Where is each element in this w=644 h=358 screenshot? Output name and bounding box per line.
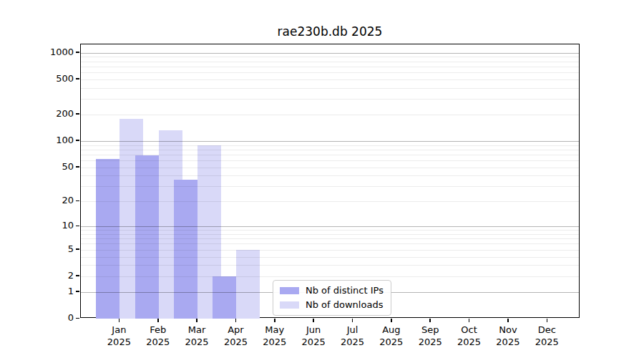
legend: Nb of distinct IPsNb of downloads xyxy=(273,280,391,316)
minor-gridline xyxy=(81,67,579,67)
figure: rae230b.db 2025 Nb of distinct IPsNb of … xyxy=(0,0,644,358)
y-tick-label: 100 xyxy=(31,135,74,146)
legend-row: Nb of distinct IPs xyxy=(280,284,384,296)
major-gridline xyxy=(81,226,579,227)
minor-gridline xyxy=(81,62,579,62)
y-tick-mark xyxy=(76,291,79,292)
x-tick-mark xyxy=(196,319,197,322)
y-tick-label: 1 xyxy=(31,286,74,297)
y-tick-mark xyxy=(76,275,79,276)
y-tick-mark xyxy=(76,200,79,202)
y-tick-label: 1000 xyxy=(31,47,74,58)
y-tick-mark xyxy=(76,52,79,53)
x-tick-mark xyxy=(391,319,392,322)
x-tick-month: Dec xyxy=(524,324,570,336)
minor-gridline xyxy=(81,145,579,146)
minor-gridline xyxy=(81,175,579,176)
y-tick-label: 2 xyxy=(31,270,74,281)
minor-gridline xyxy=(81,238,579,239)
minor-gridline xyxy=(81,79,579,80)
minor-gridline xyxy=(81,243,579,244)
x-tick-mark xyxy=(507,319,509,322)
minor-gridline xyxy=(81,276,579,277)
legend-label: Nb of downloads xyxy=(306,299,383,311)
plot-area: Nb of distinct IPsNb of downloads xyxy=(80,44,580,318)
chart-title: rae230b.db 2025 xyxy=(80,25,580,38)
y-tick-label: 20 xyxy=(31,195,74,206)
minor-gridline xyxy=(81,57,579,57)
x-tick-mark xyxy=(547,319,548,322)
x-tick-mark xyxy=(235,319,237,322)
y-tick-label: 200 xyxy=(31,108,74,120)
bar-downloads-apr xyxy=(236,250,260,319)
x-tick-mark xyxy=(352,319,353,322)
minor-gridline xyxy=(81,150,579,150)
y-tick-label: 50 xyxy=(31,161,74,173)
x-tick-mark xyxy=(274,319,275,322)
y-tick-label: 0 xyxy=(31,312,74,324)
y-tick-mark xyxy=(76,248,79,250)
downloads-swatch-icon xyxy=(280,301,299,309)
minor-gridline xyxy=(81,186,579,187)
minor-gridline xyxy=(81,88,579,89)
x-tick-label: Dec2025 xyxy=(524,324,570,348)
minor-gridline xyxy=(81,201,579,202)
minor-gridline xyxy=(81,257,579,258)
y-tick-mark xyxy=(76,166,79,168)
distinct-ips-swatch-icon xyxy=(280,287,299,294)
x-tick-mark xyxy=(157,319,159,322)
minor-gridline xyxy=(81,234,579,235)
y-tick-mark xyxy=(76,78,79,79)
y-tick-mark xyxy=(76,113,79,115)
x-tick-mark xyxy=(313,319,314,322)
y-tick-label: 5 xyxy=(31,243,74,255)
minor-gridline xyxy=(81,160,579,161)
bar-distinct-ips-feb xyxy=(135,155,159,319)
x-tick-mark xyxy=(429,319,431,322)
minor-gridline xyxy=(81,99,579,100)
y-tick-mark xyxy=(76,140,79,141)
minor-gridline xyxy=(81,230,579,231)
major-gridline xyxy=(81,53,579,54)
minor-gridline xyxy=(81,265,579,266)
bar-distinct-ips-apr xyxy=(213,276,236,319)
y-tick-label: 10 xyxy=(31,220,74,231)
minor-gridline xyxy=(81,115,579,115)
x-tick-mark xyxy=(119,319,120,322)
minor-gridline xyxy=(81,155,579,155)
y-tick-label: 500 xyxy=(31,73,74,84)
legend-row: Nb of downloads xyxy=(280,299,384,311)
x-tick-mark xyxy=(469,319,470,322)
major-gridline xyxy=(81,141,579,142)
y-tick-mark xyxy=(76,318,79,319)
minor-gridline xyxy=(81,72,579,73)
x-tick-year: 2025 xyxy=(524,336,570,348)
minor-gridline xyxy=(81,250,579,251)
minor-gridline xyxy=(81,168,579,168)
legend-label: Nb of distinct IPs xyxy=(306,284,384,296)
y-tick-mark xyxy=(76,226,79,227)
